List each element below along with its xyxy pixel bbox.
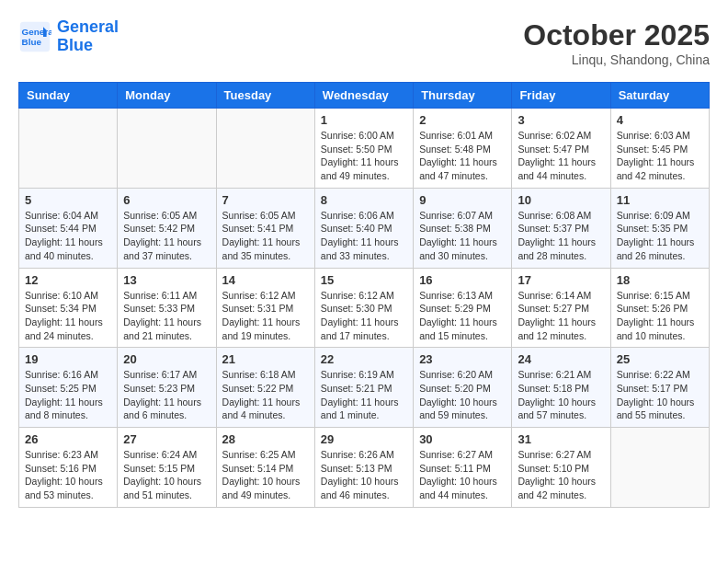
day-info: Sunrise: 6:09 AMSunset: 5:35 PMDaylight:… bbox=[617, 209, 703, 263]
day-info: Sunrise: 6:15 AMSunset: 5:26 PMDaylight:… bbox=[617, 289, 703, 343]
day-number: 26 bbox=[25, 432, 111, 446]
column-header-saturday: Saturday bbox=[610, 83, 709, 109]
day-number: 23 bbox=[419, 352, 506, 366]
svg-text:Blue: Blue bbox=[22, 37, 42, 47]
day-number: 8 bbox=[321, 193, 407, 207]
calendar-cell bbox=[610, 428, 709, 508]
day-number: 3 bbox=[518, 113, 604, 127]
calendar-cell: 19Sunrise: 6:16 AMSunset: 5:25 PMDayligh… bbox=[19, 348, 118, 428]
calendar-cell: 5Sunrise: 6:04 AMSunset: 5:44 PMDaylight… bbox=[19, 188, 118, 268]
day-number: 17 bbox=[518, 273, 604, 287]
day-number: 1 bbox=[321, 113, 407, 127]
day-info: Sunrise: 6:10 AMSunset: 5:34 PMDaylight:… bbox=[25, 289, 111, 343]
day-info: Sunrise: 6:27 AMSunset: 5:10 PMDaylight:… bbox=[518, 448, 604, 502]
calendar-cell bbox=[216, 109, 314, 189]
day-number: 25 bbox=[617, 352, 703, 366]
calendar-week-row: 12Sunrise: 6:10 AMSunset: 5:34 PMDayligh… bbox=[19, 268, 710, 348]
day-number: 21 bbox=[222, 352, 309, 366]
day-info: Sunrise: 6:13 AMSunset: 5:29 PMDaylight:… bbox=[419, 289, 506, 343]
day-number: 22 bbox=[321, 352, 407, 366]
column-header-monday: Monday bbox=[118, 83, 216, 109]
calendar-cell: 10Sunrise: 6:08 AMSunset: 5:37 PMDayligh… bbox=[512, 188, 610, 268]
column-header-friday: Friday bbox=[512, 83, 610, 109]
calendar-week-row: 5Sunrise: 6:04 AMSunset: 5:44 PMDaylight… bbox=[19, 188, 710, 268]
day-info: Sunrise: 6:17 AMSunset: 5:23 PMDaylight:… bbox=[123, 368, 210, 422]
day-number: 31 bbox=[518, 432, 604, 446]
calendar-header-row: SundayMondayTuesdayWednesdayThursdayFrid… bbox=[19, 83, 710, 109]
calendar-cell: 6Sunrise: 6:05 AMSunset: 5:42 PMDaylight… bbox=[118, 188, 216, 268]
calendar-cell: 25Sunrise: 6:22 AMSunset: 5:17 PMDayligh… bbox=[610, 348, 709, 428]
day-info: Sunrise: 6:16 AMSunset: 5:25 PMDaylight:… bbox=[25, 368, 111, 422]
day-info: Sunrise: 6:14 AMSunset: 5:27 PMDaylight:… bbox=[518, 289, 604, 343]
day-info: Sunrise: 6:18 AMSunset: 5:22 PMDaylight:… bbox=[222, 368, 309, 422]
day-number: 18 bbox=[617, 273, 703, 287]
day-number: 15 bbox=[321, 273, 407, 287]
location: Linqu, Shandong, China bbox=[523, 52, 710, 67]
calendar-cell: 8Sunrise: 6:06 AMSunset: 5:40 PMDaylight… bbox=[314, 188, 413, 268]
column-header-sunday: Sunday bbox=[19, 83, 118, 109]
calendar-cell: 16Sunrise: 6:13 AMSunset: 5:29 PMDayligh… bbox=[414, 268, 512, 348]
day-number: 6 bbox=[123, 193, 210, 207]
day-info: Sunrise: 6:26 AMSunset: 5:13 PMDaylight:… bbox=[321, 448, 407, 502]
logo-line1: General bbox=[57, 17, 119, 36]
page-header: General Blue General Blue October 2025 L… bbox=[18, 18, 710, 67]
calendar-cell: 29Sunrise: 6:26 AMSunset: 5:13 PMDayligh… bbox=[314, 428, 413, 508]
day-info: Sunrise: 6:03 AMSunset: 5:45 PMDaylight:… bbox=[617, 129, 703, 183]
calendar-cell: 14Sunrise: 6:12 AMSunset: 5:31 PMDayligh… bbox=[216, 268, 314, 348]
day-number: 27 bbox=[123, 432, 210, 446]
calendar-cell: 1Sunrise: 6:00 AMSunset: 5:50 PMDaylight… bbox=[314, 109, 413, 189]
calendar-cell: 2Sunrise: 6:01 AMSunset: 5:48 PMDaylight… bbox=[414, 109, 512, 189]
day-info: Sunrise: 6:05 AMSunset: 5:41 PMDaylight:… bbox=[222, 209, 309, 263]
day-info: Sunrise: 6:07 AMSunset: 5:38 PMDaylight:… bbox=[419, 209, 506, 263]
day-info: Sunrise: 6:24 AMSunset: 5:15 PMDaylight:… bbox=[123, 448, 210, 502]
day-info: Sunrise: 6:19 AMSunset: 5:21 PMDaylight:… bbox=[321, 368, 407, 422]
day-info: Sunrise: 6:02 AMSunset: 5:47 PMDaylight:… bbox=[518, 129, 604, 183]
calendar-cell: 23Sunrise: 6:20 AMSunset: 5:20 PMDayligh… bbox=[414, 348, 512, 428]
logo-text: General Blue bbox=[57, 18, 119, 55]
calendar-cell: 7Sunrise: 6:05 AMSunset: 5:41 PMDaylight… bbox=[216, 188, 314, 268]
title-block: October 2025 Linqu, Shandong, China bbox=[523, 18, 710, 67]
calendar-week-row: 1Sunrise: 6:00 AMSunset: 5:50 PMDaylight… bbox=[19, 109, 710, 189]
svg-text:General: General bbox=[22, 27, 51, 37]
day-number: 20 bbox=[123, 352, 210, 366]
calendar-cell bbox=[19, 109, 118, 189]
day-info: Sunrise: 6:08 AMSunset: 5:37 PMDaylight:… bbox=[518, 209, 604, 263]
calendar-cell: 20Sunrise: 6:17 AMSunset: 5:23 PMDayligh… bbox=[118, 348, 216, 428]
day-info: Sunrise: 6:20 AMSunset: 5:20 PMDaylight:… bbox=[419, 368, 506, 422]
day-number: 14 bbox=[222, 273, 309, 287]
day-info: Sunrise: 6:21 AMSunset: 5:18 PMDaylight:… bbox=[518, 368, 604, 422]
calendar-cell: 30Sunrise: 6:27 AMSunset: 5:11 PMDayligh… bbox=[414, 428, 512, 508]
calendar-cell: 3Sunrise: 6:02 AMSunset: 5:47 PMDaylight… bbox=[512, 109, 610, 189]
day-info: Sunrise: 6:22 AMSunset: 5:17 PMDaylight:… bbox=[617, 368, 703, 422]
calendar-cell: 4Sunrise: 6:03 AMSunset: 5:45 PMDaylight… bbox=[610, 109, 709, 189]
day-number: 12 bbox=[25, 273, 111, 287]
calendar-week-row: 19Sunrise: 6:16 AMSunset: 5:25 PMDayligh… bbox=[19, 348, 710, 428]
logo: General Blue General Blue bbox=[18, 18, 119, 55]
day-info: Sunrise: 6:11 AMSunset: 5:33 PMDaylight:… bbox=[123, 289, 210, 343]
day-number: 13 bbox=[123, 273, 210, 287]
day-info: Sunrise: 6:12 AMSunset: 5:31 PMDaylight:… bbox=[222, 289, 309, 343]
calendar-cell: 13Sunrise: 6:11 AMSunset: 5:33 PMDayligh… bbox=[118, 268, 216, 348]
day-number: 10 bbox=[518, 193, 604, 207]
day-number: 7 bbox=[222, 193, 309, 207]
day-info: Sunrise: 6:27 AMSunset: 5:11 PMDaylight:… bbox=[419, 448, 506, 502]
day-number: 16 bbox=[419, 273, 506, 287]
day-number: 30 bbox=[419, 432, 506, 446]
day-info: Sunrise: 6:00 AMSunset: 5:50 PMDaylight:… bbox=[321, 129, 407, 183]
day-info: Sunrise: 6:06 AMSunset: 5:40 PMDaylight:… bbox=[321, 209, 407, 263]
day-info: Sunrise: 6:04 AMSunset: 5:44 PMDaylight:… bbox=[25, 209, 111, 263]
calendar-cell: 21Sunrise: 6:18 AMSunset: 5:22 PMDayligh… bbox=[216, 348, 314, 428]
calendar-cell bbox=[118, 109, 216, 189]
day-number: 5 bbox=[25, 193, 111, 207]
day-info: Sunrise: 6:12 AMSunset: 5:30 PMDaylight:… bbox=[321, 289, 407, 343]
day-info: Sunrise: 6:01 AMSunset: 5:48 PMDaylight:… bbox=[419, 129, 506, 183]
day-number: 2 bbox=[419, 113, 506, 127]
day-number: 19 bbox=[25, 352, 111, 366]
column-header-thursday: Thursday bbox=[414, 83, 512, 109]
day-number: 28 bbox=[222, 432, 309, 446]
calendar-cell: 31Sunrise: 6:27 AMSunset: 5:10 PMDayligh… bbox=[512, 428, 610, 508]
day-number: 9 bbox=[419, 193, 506, 207]
calendar-cell: 9Sunrise: 6:07 AMSunset: 5:38 PMDaylight… bbox=[414, 188, 512, 268]
column-header-wednesday: Wednesday bbox=[314, 83, 413, 109]
calendar-cell: 11Sunrise: 6:09 AMSunset: 5:35 PMDayligh… bbox=[610, 188, 709, 268]
